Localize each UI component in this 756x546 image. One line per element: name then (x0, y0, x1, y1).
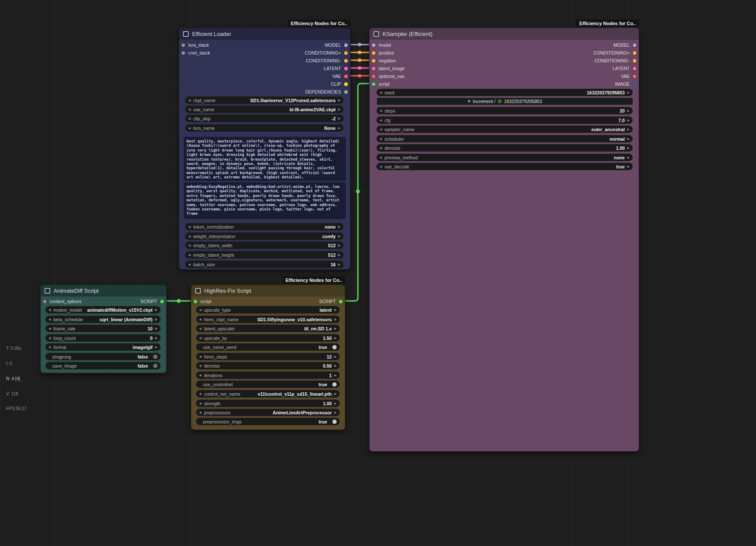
negative-prompt-textarea[interactable]: embedding:EasyNegative.pt, embedding:bad… (184, 182, 346, 219)
pingpong-toggle[interactable]: pingpongfalse (45, 353, 161, 360)
stepper-right-icon[interactable]: ▶ (627, 128, 630, 131)
collapse-icon[interactable] (373, 31, 379, 37)
output-port-conditioning-minus[interactable]: CONDITIONING- (595, 57, 637, 65)
vae-name-widget[interactable]: ◀vae_namekl-f8-anime2VAE.ckpt▶ (185, 106, 344, 113)
node-animatediff-script[interactable]: AnimateDiff Script context_options SCRIP… (40, 284, 167, 373)
port-dot[interactable] (372, 59, 376, 63)
port-dot[interactable] (633, 43, 637, 47)
stepper-left-icon[interactable]: ◀ (48, 308, 51, 311)
recycle-icon[interactable]: ♻ (498, 99, 502, 104)
clip-skip-widget[interactable]: ◀clip_skip-2▶ (185, 115, 344, 122)
port-dot[interactable] (344, 51, 348, 55)
hires-denoise-widget[interactable]: ◀denoise0.56▶ (196, 362, 340, 369)
toggle-knob[interactable] (153, 364, 158, 368)
use-same-seed-toggle[interactable]: use_same_seedtrue (196, 343, 340, 351)
control-net-name-widget[interactable]: ◀control_net_namev11\control_v11p_sd15_l… (196, 390, 340, 397)
cfg-widget[interactable]: ◀cfg7.0▶ (376, 116, 633, 124)
stepper-right-icon[interactable]: ▶ (338, 126, 341, 129)
output-port-vae[interactable]: VAE (332, 72, 348, 80)
stepper-right-icon[interactable]: ▶ (335, 336, 337, 339)
stepper-left-icon[interactable]: ◀ (199, 355, 201, 358)
save-image-toggle[interactable]: save_imagefalse (45, 362, 161, 369)
frame-rate-widget[interactable]: ◀frame_rate10▶ (45, 325, 161, 332)
empty-latent-width-widget[interactable]: ◀empty_latent_width512▶ (185, 242, 344, 249)
stepper-left-icon[interactable]: ◀ (188, 244, 190, 247)
stepper-left-icon[interactable]: ◀ (188, 263, 190, 266)
stepper-left-icon[interactable]: ◀ (48, 318, 51, 321)
node-ksampler-efficient[interactable]: KSampler (Efficient) model positive nega… (369, 28, 639, 452)
stepper-left-icon[interactable]: ◀ (380, 146, 382, 149)
output-port-script[interactable]: SCRIPT (140, 297, 164, 305)
stepper-right-icon[interactable]: ▶ (338, 225, 341, 228)
stepper-left-icon[interactable]: ◀ (188, 108, 190, 111)
batch-size-widget[interactable]: ◀batch_size16▶ (185, 261, 344, 268)
output-port-latent[interactable]: LATENT (613, 65, 637, 72)
stepper-left-icon[interactable]: ◀ (199, 402, 201, 405)
input-port-script[interactable]: script (372, 80, 389, 88)
seed-increment-control[interactable]: +Increment /♻163220379295853 (376, 97, 633, 105)
output-port-vae[interactable]: VAE (621, 72, 637, 80)
positive-prompt-textarea[interactable]: best quality, masterpiece, colorful, dyn… (184, 137, 346, 181)
stepper-left-icon[interactable]: ◀ (380, 91, 382, 94)
upscale-by-widget[interactable]: ◀upscale_by1.50▶ (196, 334, 340, 342)
port-dot[interactable] (372, 74, 376, 78)
stepper-right-icon[interactable]: ▶ (338, 253, 341, 256)
port-dot[interactable] (193, 300, 197, 304)
steps-widget[interactable]: ◀steps20▶ (376, 107, 633, 114)
stepper-left-icon[interactable]: ◀ (199, 308, 201, 311)
stepper-right-icon[interactable]: ▶ (335, 327, 337, 330)
stepper-right-icon[interactable]: ▶ (335, 374, 337, 377)
preview-method-widget[interactable]: ◀preview_methodnone▶ (376, 154, 633, 161)
port-dot[interactable] (43, 300, 47, 304)
port-dot[interactable] (372, 82, 376, 86)
ckpt-name-widget[interactable]: ◀ckpt_nameSD1.5\aniverse_V12Pruned.safet… (185, 97, 344, 104)
port-dot[interactable] (181, 51, 185, 55)
stepper-left-icon[interactable]: ◀ (188, 235, 190, 238)
stepper-left-icon[interactable]: ◀ (199, 327, 201, 330)
port-dot[interactable] (633, 51, 637, 55)
upscale-type-widget[interactable]: ◀upscale_typelatent▶ (196, 306, 340, 313)
port-dot[interactable] (339, 300, 343, 304)
collapse-icon[interactable] (195, 288, 201, 294)
stepper-right-icon[interactable]: ▶ (155, 327, 158, 330)
stepper-right-icon[interactable]: ▶ (627, 156, 630, 159)
port-dot[interactable] (633, 59, 637, 63)
port-dot[interactable] (344, 74, 348, 78)
stepper-right-icon[interactable]: ▶ (627, 165, 630, 168)
stepper-right-icon[interactable]: ▶ (627, 119, 630, 122)
port-dot[interactable] (344, 43, 348, 47)
vae-decode-widget[interactable]: ◀vae_decodetrue▶ (376, 163, 633, 170)
format-widget[interactable]: ◀formatimage/gif▶ (45, 343, 161, 351)
node-titlebar[interactable]: Efficient Loader (179, 28, 350, 40)
stepper-left-icon[interactable]: ◀ (48, 346, 51, 349)
stepper-right-icon[interactable]: ▶ (338, 235, 341, 238)
stepper-left-icon[interactable]: ◀ (188, 225, 190, 228)
port-dot[interactable] (372, 43, 376, 47)
stepper-right-icon[interactable]: ▶ (155, 308, 158, 311)
toggle-knob[interactable] (332, 345, 337, 349)
hires-ckpt-name-widget[interactable]: ◀hires_ckpt_nameSD1.5\flyingsnow_v10.saf… (196, 316, 340, 323)
collapse-icon[interactable] (45, 288, 50, 294)
stepper-right-icon[interactable]: ▶ (627, 137, 630, 140)
output-port-dependencies[interactable]: DEPENDENCIES (305, 88, 348, 96)
iterations-widget[interactable]: ◀iterations1▶ (196, 372, 340, 379)
port-dot[interactable] (344, 67, 348, 71)
hires-steps-widget[interactable]: ◀hires_steps12▶ (196, 353, 340, 360)
stepper-right-icon[interactable]: ▶ (335, 318, 337, 321)
stepper-right-icon[interactable]: ▶ (155, 318, 158, 321)
port-dot[interactable] (344, 90, 348, 94)
strength-widget[interactable]: ◀strength1.00▶ (196, 400, 340, 407)
port-dot[interactable] (181, 43, 185, 47)
denoise-widget[interactable]: ◀denoise1.00▶ (376, 144, 633, 152)
preprocessor-imgs-toggle[interactable]: preprocessor_imgstrue (196, 418, 340, 425)
stepper-right-icon[interactable]: ▶ (155, 336, 158, 339)
input-port-context-options[interactable]: context_options (43, 297, 82, 305)
stepper-right-icon[interactable]: ▶ (338, 99, 341, 102)
collapse-icon[interactable] (183, 31, 189, 37)
latent-upscaler-widget[interactable]: ◀latent_upscalerttl_nn.SD 1.x▶ (196, 325, 340, 332)
stepper-right-icon[interactable]: ▶ (627, 146, 630, 149)
input-port-lora-stack[interactable]: lora_stack (181, 41, 209, 49)
weight-interpretation-widget[interactable]: ◀weight_interpretationcomfy▶ (185, 233, 344, 240)
port-dot[interactable] (344, 82, 348, 86)
stepper-left-icon[interactable]: ◀ (199, 364, 201, 367)
